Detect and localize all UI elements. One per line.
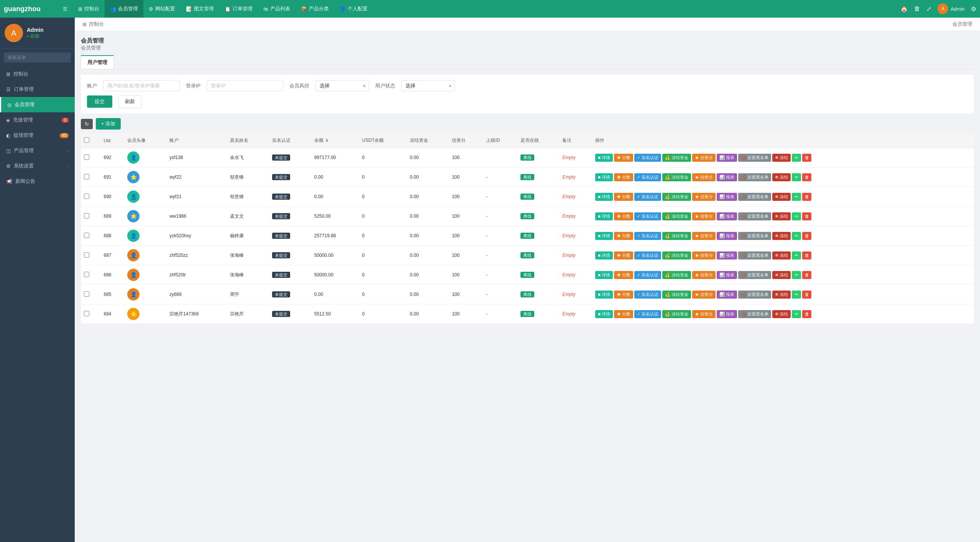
report-btn-7[interactable]: 📊 报表: [717, 291, 737, 299]
edit-btn-5[interactable]: ✏: [792, 251, 801, 260]
select-all-checkbox[interactable]: [84, 137, 89, 143]
credit-btn-3[interactable]: ★ 信誉分: [692, 212, 716, 220]
sidebar-item-dashboard[interactable]: ⊞ 控制台: [0, 66, 75, 82]
delete-btn-4[interactable]: 🗑: [802, 232, 811, 240]
table-add-button[interactable]: + 添加: [96, 118, 121, 130]
nav-articles[interactable]: 📝 图文管理: [181, 0, 219, 18]
row-checkbox-3[interactable]: [84, 213, 89, 218]
freeze-fund-btn-6[interactable]: 💰 冻结资金: [662, 271, 691, 279]
detail-btn-5[interactable]: ■ 详情: [595, 251, 613, 260]
row-checkbox-8[interactable]: [84, 311, 89, 316]
expand-icon[interactable]: ⤢: [926, 5, 931, 13]
delete-btn-7[interactable]: 🗑: [802, 291, 811, 299]
row-checkbox-4[interactable]: [84, 233, 89, 238]
row-checkbox-7[interactable]: [84, 291, 89, 297]
freeze-btn-0[interactable]: ❄ 冻结: [772, 154, 791, 162]
score-btn-8[interactable]: ◈ 分数: [614, 310, 633, 318]
credit-btn-2[interactable]: ★ 信誉分: [692, 193, 716, 201]
edit-btn-3[interactable]: ✏: [792, 212, 801, 220]
edit-btn-8[interactable]: ✏: [792, 310, 801, 318]
detail-btn-8[interactable]: ■ 详情: [595, 310, 613, 318]
freeze-btn-7[interactable]: ❄ 冻结: [772, 291, 791, 299]
report-btn-2[interactable]: 📊 报表: [717, 193, 737, 201]
nav-members[interactable]: 👥 会员管理: [105, 0, 143, 18]
freeze-btn-3[interactable]: ❄ 冻结: [772, 212, 791, 220]
home-icon[interactable]: 🏠: [900, 5, 908, 13]
account-filter-input[interactable]: [103, 80, 180, 91]
score-btn-4[interactable]: ◈ 分数: [614, 232, 633, 240]
score-btn-7[interactable]: ◈ 分数: [614, 291, 633, 299]
nav-profile[interactable]: 👤 个人配置: [334, 0, 373, 18]
credit-btn-5[interactable]: ★ 信誉分: [692, 251, 716, 260]
detail-btn-1[interactable]: ■ 详情: [595, 173, 613, 181]
blacklist-btn-6[interactable]: 🚫 设置黑名单: [738, 271, 771, 279]
freeze-btn-2[interactable]: ❄ 冻结: [772, 193, 791, 201]
verify-btn-8[interactable]: ✓ 实名认证: [634, 310, 661, 318]
delete-btn-2[interactable]: 🗑: [802, 193, 811, 201]
delete-btn-6[interactable]: 🗑: [802, 271, 811, 279]
detail-btn-6[interactable]: ■ 详情: [595, 271, 613, 279]
verify-btn-6[interactable]: ✓ 实名认证: [634, 271, 661, 279]
credit-btn-1[interactable]: ★ 信誉分: [692, 173, 716, 181]
sidebar-item-news[interactable]: 📢 新闻公告: [0, 174, 75, 189]
row-checkbox-2[interactable]: [84, 194, 89, 199]
blacklist-btn-3[interactable]: 🚫 设置黑名单: [738, 212, 771, 220]
edit-btn-1[interactable]: ✏: [792, 173, 801, 181]
freeze-fund-btn-8[interactable]: 💰 冻结资金: [662, 310, 691, 318]
login-ip-input[interactable]: [207, 80, 283, 91]
nav-dashboard[interactable]: ⊞ 🛡 控制台 控制台: [73, 0, 105, 18]
delete-btn-3[interactable]: 🗑: [802, 212, 811, 220]
trash-icon[interactable]: 🗑: [914, 5, 920, 12]
table-refresh-button[interactable]: ↻: [81, 119, 93, 129]
member-risk-select[interactable]: 选择: [315, 80, 369, 91]
score-btn-0[interactable]: ◈ 分数: [614, 154, 633, 162]
blacklist-btn-4[interactable]: 🚫 设置黑名单: [738, 232, 771, 240]
freeze-btn-5[interactable]: ❄ 冻结: [772, 251, 791, 260]
nav-products[interactable]: 🛍 产品列表: [258, 0, 295, 18]
freeze-fund-btn-4[interactable]: 💰 冻结资金: [662, 232, 691, 240]
refresh-filter-button[interactable]: 刷新: [118, 95, 141, 108]
edit-btn-7[interactable]: ✏: [792, 291, 801, 299]
freeze-fund-btn-7[interactable]: 💰 冻结资金: [662, 291, 691, 299]
freeze-btn-4[interactable]: ❄ 冻结: [772, 232, 791, 240]
sidebar-search-input[interactable]: [4, 53, 71, 62]
report-btn-5[interactable]: 📊 报表: [717, 251, 737, 260]
sidebar-item-orders[interactable]: ☰ 订单管理: [0, 82, 75, 97]
detail-btn-0[interactable]: ■ 详情: [595, 154, 613, 162]
freeze-fund-btn-0[interactable]: 💰 冻结资金: [662, 154, 691, 162]
credit-btn-4[interactable]: ★ 信誉分: [692, 232, 716, 240]
blacklist-btn-2[interactable]: 🚫 设置黑名单: [738, 193, 771, 201]
report-btn-0[interactable]: 📊 报表: [717, 154, 737, 162]
report-btn-1[interactable]: 📊 报表: [717, 173, 737, 181]
credit-btn-8[interactable]: ★ 信誉分: [692, 310, 716, 318]
edit-btn-2[interactable]: ✏: [792, 193, 801, 201]
freeze-btn-6[interactable]: ❄ 冻结: [772, 271, 791, 279]
freeze-fund-btn-1[interactable]: 💰 冻结资金: [662, 173, 691, 181]
report-btn-6[interactable]: 📊 报表: [717, 271, 737, 279]
blacklist-btn-1[interactable]: 🚫 设置黑名单: [738, 173, 771, 181]
detail-btn-2[interactable]: ■ 详情: [595, 193, 613, 201]
score-btn-2[interactable]: ◈ 分数: [614, 193, 633, 201]
credit-btn-7[interactable]: ★ 信誉分: [692, 291, 716, 299]
verify-btn-0[interactable]: ✓ 实名认证: [634, 154, 661, 162]
freeze-fund-btn-5[interactable]: 💰 冻结资金: [662, 251, 691, 260]
score-btn-5[interactable]: ◈ 分数: [614, 251, 633, 260]
sidebar-item-system[interactable]: ⚙ 系统设置 ›: [0, 158, 75, 174]
verify-btn-1[interactable]: ✓ 实名认证: [634, 173, 661, 181]
freeze-fund-btn-3[interactable]: 💰 冻结资金: [662, 212, 691, 220]
report-btn-4[interactable]: 📊 报表: [717, 232, 737, 240]
user-status-select[interactable]: 选择: [401, 80, 455, 91]
score-btn-6[interactable]: ◈ 分数: [614, 271, 633, 279]
verify-btn-4[interactable]: ✓ 实名认证: [634, 232, 661, 240]
sidebar-item-recharge[interactable]: ◈ 充值管理 0: [0, 112, 75, 128]
blacklist-btn-8[interactable]: 🚫 设置黑名单: [738, 310, 771, 318]
delete-btn-0[interactable]: 🗑: [802, 154, 811, 162]
delete-btn-1[interactable]: 🗑: [802, 173, 811, 181]
verify-btn-3[interactable]: ✓ 实名认证: [634, 212, 661, 220]
score-btn-3[interactable]: ◈ 分数: [614, 212, 633, 220]
nav-control-icon[interactable]: ☰: [57, 0, 73, 18]
report-btn-3[interactable]: 📊 报表: [717, 212, 737, 220]
verify-btn-7[interactable]: ✓ 实名认证: [634, 291, 661, 299]
delete-btn-8[interactable]: 🗑: [802, 310, 811, 318]
submit-button[interactable]: 提交: [87, 95, 112, 108]
